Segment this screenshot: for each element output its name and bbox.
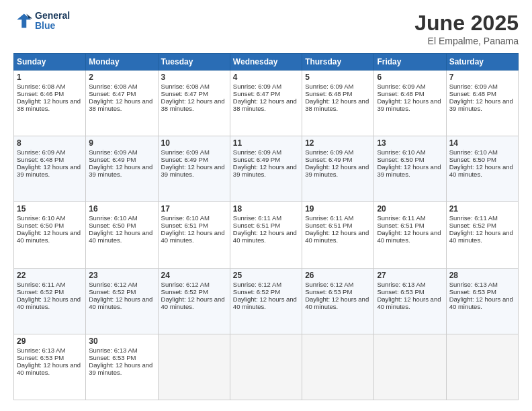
sunset-label: Sunset: 6:49 PM <box>161 156 208 163</box>
table-row: 18Sunrise: 6:11 AMSunset: 6:51 PMDayligh… <box>230 202 302 268</box>
title-block: June 2025 El Empalme, Panama <box>414 11 519 46</box>
daylight-label: Daylight: 12 hours and 38 minutes. <box>305 97 369 112</box>
daylight-label: Daylight: 12 hours and 40 minutes. <box>305 229 369 244</box>
daylight-label: Daylight: 12 hours and 39 minutes. <box>89 361 152 376</box>
daylight-label: Daylight: 12 hours and 38 minutes. <box>89 97 152 112</box>
sunrise-label: Sunrise: 6:08 AM <box>161 83 210 90</box>
sunrise-label: Sunrise: 6:13 AM <box>377 281 425 288</box>
table-row: 16Sunrise: 6:10 AMSunset: 6:50 PMDayligh… <box>86 202 158 268</box>
daylight-label: Daylight: 12 hours and 40 minutes. <box>305 295 369 310</box>
sunrise-label: Sunrise: 6:09 AM <box>449 83 498 90</box>
day-number: 7 <box>449 73 515 82</box>
sunrise-label: Sunrise: 6:09 AM <box>233 83 281 90</box>
sunset-label: Sunset: 6:51 PM <box>377 222 424 229</box>
daylight-label: Daylight: 12 hours and 39 minutes. <box>305 163 369 178</box>
sunrise-label: Sunrise: 6:11 AM <box>17 281 65 288</box>
daylight-label: Daylight: 12 hours and 39 minutes. <box>17 163 81 178</box>
daylight-label: Daylight: 12 hours and 40 minutes. <box>17 295 81 310</box>
col-monday: Monday <box>86 54 158 71</box>
table-row: 17Sunrise: 6:10 AMSunset: 6:51 PMDayligh… <box>158 202 230 268</box>
sunset-label: Sunset: 6:48 PM <box>17 156 64 163</box>
sunset-label: Sunset: 6:53 PM <box>449 288 496 295</box>
table-row: 24Sunrise: 6:12 AMSunset: 6:52 PMDayligh… <box>158 268 230 334</box>
daylight-label: Daylight: 12 hours and 39 minutes. <box>449 97 513 112</box>
day-number: 14 <box>449 138 515 148</box>
day-number: 22 <box>17 271 83 280</box>
daylight-label: Daylight: 12 hours and 40 minutes. <box>449 295 513 310</box>
sunrise-label: Sunrise: 6:12 AM <box>161 281 210 288</box>
day-number: 23 <box>89 271 154 280</box>
sunrise-label: Sunrise: 6:10 AM <box>89 214 137 222</box>
day-number: 25 <box>233 271 299 280</box>
day-number: 29 <box>17 336 83 346</box>
sunrise-label: Sunrise: 6:13 AM <box>17 347 65 354</box>
day-number: 24 <box>161 271 227 280</box>
sunrise-label: Sunrise: 6:08 AM <box>17 83 65 90</box>
table-row <box>158 334 230 400</box>
day-number: 28 <box>449 271 515 280</box>
sunset-label: Sunset: 6:52 PM <box>17 288 64 295</box>
table-row: 25Sunrise: 6:12 AMSunset: 6:52 PMDayligh… <box>230 268 302 334</box>
table-row: 19Sunrise: 6:11 AMSunset: 6:51 PMDayligh… <box>302 202 374 268</box>
table-row: 2Sunrise: 6:08 AMSunset: 6:47 PMDaylight… <box>86 71 158 136</box>
sunset-label: Sunset: 6:50 PM <box>377 156 424 163</box>
table-row: 6Sunrise: 6:09 AMSunset: 6:48 PMDaylight… <box>374 71 446 136</box>
daylight-label: Daylight: 12 hours and 40 minutes. <box>89 229 152 244</box>
daylight-label: Daylight: 12 hours and 40 minutes. <box>233 295 297 310</box>
daylight-label: Daylight: 12 hours and 40 minutes. <box>161 229 225 244</box>
calendar-row: 1Sunrise: 6:08 AMSunset: 6:46 PMDaylight… <box>14 71 519 136</box>
sunrise-label: Sunrise: 6:13 AM <box>449 281 498 288</box>
sunset-label: Sunset: 6:52 PM <box>89 288 136 295</box>
table-row <box>446 334 518 400</box>
sunrise-label: Sunrise: 6:11 AM <box>449 214 498 222</box>
table-row: 29Sunrise: 6:13 AMSunset: 6:53 PMDayligh… <box>14 334 86 400</box>
daylight-label: Daylight: 12 hours and 39 minutes. <box>233 163 297 178</box>
day-number: 18 <box>233 204 299 214</box>
table-row: 4Sunrise: 6:09 AMSunset: 6:47 PMDaylight… <box>230 71 302 136</box>
sunset-label: Sunset: 6:52 PM <box>233 288 280 295</box>
logo-text-line2: Blue <box>35 21 70 31</box>
day-number: 20 <box>377 204 443 214</box>
sunset-label: Sunset: 6:53 PM <box>305 288 352 295</box>
sunset-label: Sunset: 6:50 PM <box>89 222 136 229</box>
sunrise-label: Sunrise: 6:12 AM <box>89 281 137 288</box>
sunrise-label: Sunrise: 6:11 AM <box>233 214 281 222</box>
table-row: 26Sunrise: 6:12 AMSunset: 6:53 PMDayligh… <box>302 268 374 334</box>
table-row: 3Sunrise: 6:08 AMSunset: 6:47 PMDaylight… <box>158 71 230 136</box>
sunset-label: Sunset: 6:48 PM <box>449 90 496 97</box>
sunrise-label: Sunrise: 6:09 AM <box>233 148 281 156</box>
location: El Empalme, Panama <box>414 36 519 46</box>
sunrise-label: Sunrise: 6:09 AM <box>161 148 210 156</box>
table-row <box>374 334 446 400</box>
daylight-label: Daylight: 12 hours and 40 minutes. <box>377 295 441 310</box>
col-friday: Friday <box>374 54 446 71</box>
sunrise-label: Sunrise: 6:10 AM <box>377 148 425 156</box>
sunset-label: Sunset: 6:52 PM <box>449 222 496 229</box>
sunset-label: Sunset: 6:48 PM <box>377 90 424 97</box>
daylight-label: Daylight: 12 hours and 39 minutes. <box>161 163 225 178</box>
daylight-label: Daylight: 12 hours and 40 minutes. <box>161 295 225 310</box>
daylight-label: Daylight: 12 hours and 40 minutes. <box>17 361 81 376</box>
sunrise-label: Sunrise: 6:12 AM <box>305 281 353 288</box>
sunrise-label: Sunrise: 6:10 AM <box>17 214 65 222</box>
month-title: June 2025 <box>414 11 519 36</box>
sunrise-label: Sunrise: 6:11 AM <box>377 214 425 222</box>
table-row: 8Sunrise: 6:09 AMSunset: 6:48 PMDaylight… <box>14 136 86 202</box>
daylight-label: Daylight: 12 hours and 40 minutes. <box>233 229 297 244</box>
daylight-label: Daylight: 12 hours and 39 minutes. <box>377 163 441 178</box>
table-row: 7Sunrise: 6:09 AMSunset: 6:48 PMDaylight… <box>446 71 518 136</box>
table-row: 20Sunrise: 6:11 AMSunset: 6:51 PMDayligh… <box>374 202 446 268</box>
calendar-row: 29Sunrise: 6:13 AMSunset: 6:53 PMDayligh… <box>14 334 519 400</box>
sunset-label: Sunset: 6:53 PM <box>377 288 424 295</box>
col-sunday: Sunday <box>14 54 86 71</box>
sunrise-label: Sunrise: 6:09 AM <box>89 148 137 156</box>
day-number: 3 <box>161 73 227 82</box>
day-number: 6 <box>377 73 443 82</box>
logo-text-line1: General <box>35 11 70 21</box>
day-number: 10 <box>161 138 227 148</box>
sunset-label: Sunset: 6:51 PM <box>305 222 352 229</box>
table-row: 22Sunrise: 6:11 AMSunset: 6:52 PMDayligh… <box>14 268 86 334</box>
table-row: 9Sunrise: 6:09 AMSunset: 6:49 PMDaylight… <box>86 136 158 202</box>
day-number: 26 <box>305 271 371 280</box>
daylight-label: Daylight: 12 hours and 40 minutes. <box>89 295 152 310</box>
